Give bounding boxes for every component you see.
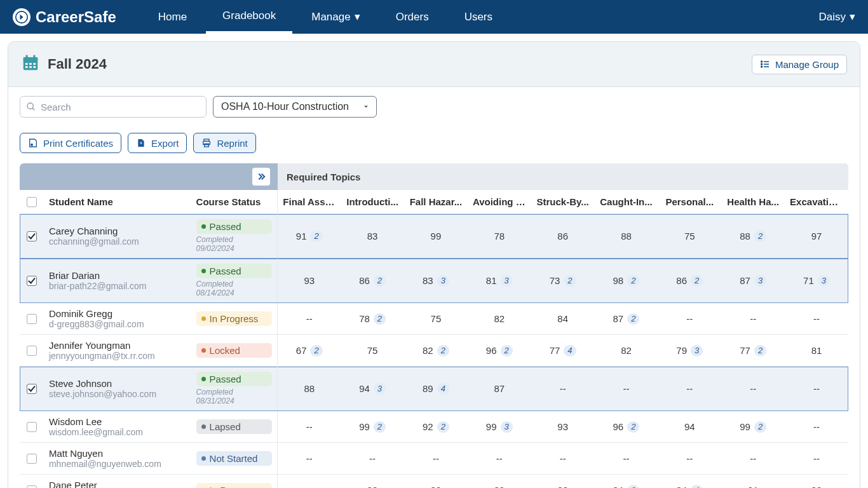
- score-cell[interactable]: 75: [404, 303, 468, 334]
- score-cell[interactable]: --: [531, 443, 595, 474]
- header-topic[interactable]: Excavations: [785, 190, 848, 214]
- score-cell[interactable]: 91: [721, 475, 785, 488]
- score-cell[interactable]: --: [658, 303, 721, 334]
- score-cell[interactable]: 81: [785, 335, 848, 366]
- nav-gradebook[interactable]: Gradebook: [206, 0, 292, 34]
- search-input[interactable]: [20, 96, 207, 118]
- score-cell[interactable]: 93: [277, 259, 341, 302]
- student-cell[interactable]: Carey Channingcchanning@gmail.com: [44, 214, 191, 258]
- header-topic[interactable]: Struck-By...: [531, 190, 595, 214]
- score-cell[interactable]: 84: [531, 303, 595, 334]
- row-checkbox[interactable]: [27, 276, 37, 286]
- header-topic[interactable]: Health Ha...: [721, 190, 785, 214]
- row-checkbox[interactable]: [27, 422, 37, 432]
- header-course-status[interactable]: Course Status: [191, 190, 278, 214]
- score-cell[interactable]: 672: [277, 335, 341, 366]
- score-cell[interactable]: 83: [341, 214, 404, 258]
- score-cell[interactable]: 82: [531, 475, 595, 488]
- score-cell[interactable]: --: [468, 443, 531, 474]
- score-cell[interactable]: 98: [341, 475, 404, 488]
- score-cell[interactable]: 844: [658, 475, 721, 488]
- student-cell[interactable]: Briar Darianbriar-path22@gmail.com: [44, 259, 191, 302]
- score-cell[interactable]: --: [785, 367, 848, 410]
- manage-group-button[interactable]: Manage Group: [752, 55, 847, 74]
- student-cell[interactable]: Steve Johnsonsteve.johnson@yahoo.com: [44, 367, 191, 410]
- score-cell[interactable]: --: [341, 443, 404, 474]
- score-cell[interactable]: 88: [595, 214, 658, 258]
- row-checkbox[interactable]: [27, 485, 37, 489]
- score-cell[interactable]: 992: [341, 411, 404, 442]
- score-cell[interactable]: 813: [468, 259, 531, 302]
- score-cell[interactable]: 82: [595, 335, 658, 366]
- score-cell[interactable]: --: [658, 367, 721, 410]
- score-cell[interactable]: 962: [468, 335, 531, 366]
- score-cell[interactable]: 873: [721, 259, 785, 302]
- score-cell[interactable]: 782: [341, 303, 404, 334]
- row-checkbox[interactable]: [27, 346, 37, 356]
- header-topic[interactable]: Avoiding E...: [468, 190, 531, 214]
- row-checkbox[interactable]: [27, 231, 37, 241]
- student-cell[interactable]: Matt Nguyenmhnemail@nguyenweb.com: [44, 443, 191, 474]
- score-cell[interactable]: --: [785, 443, 848, 474]
- student-cell[interactable]: Wisdom Leewisdom.lee@gmail.com: [44, 411, 191, 442]
- score-cell[interactable]: 86: [531, 214, 595, 258]
- header-topic[interactable]: Caught-In...: [595, 190, 658, 214]
- score-cell[interactable]: --: [721, 367, 785, 410]
- header-student-name[interactable]: Student Name: [44, 190, 191, 214]
- score-cell[interactable]: 82: [468, 303, 531, 334]
- score-cell[interactable]: --: [721, 303, 785, 334]
- score-cell[interactable]: 732: [531, 259, 595, 302]
- score-cell[interactable]: 822: [404, 335, 468, 366]
- nav-home[interactable]: Home: [142, 0, 203, 34]
- score-cell[interactable]: 99: [404, 214, 468, 258]
- score-cell[interactable]: 982: [595, 259, 658, 302]
- score-cell[interactable]: 862: [341, 259, 404, 302]
- course-select[interactable]: OSHA 10-Hour Construction: [213, 96, 377, 118]
- nav-orders[interactable]: Orders: [379, 0, 445, 34]
- score-cell[interactable]: 882: [721, 214, 785, 258]
- score-cell[interactable]: 93: [531, 411, 595, 442]
- score-cell[interactable]: --: [277, 411, 341, 442]
- score-cell[interactable]: 862: [658, 259, 721, 302]
- score-cell[interactable]: --: [531, 367, 595, 410]
- score-cell[interactable]: 793: [658, 335, 721, 366]
- score-cell[interactable]: --: [785, 303, 848, 334]
- header-topic[interactable]: Personal...: [658, 190, 721, 214]
- row-checkbox[interactable]: [27, 454, 37, 464]
- score-cell[interactable]: 75: [658, 214, 721, 258]
- score-cell[interactable]: 922: [404, 411, 468, 442]
- score-cell[interactable]: --: [785, 411, 848, 442]
- score-cell[interactable]: --: [595, 443, 658, 474]
- user-menu[interactable]: Daisy ▾: [818, 10, 855, 24]
- score-cell[interactable]: --: [721, 443, 785, 474]
- score-cell[interactable]: 943: [341, 367, 404, 410]
- nav-users[interactable]: Users: [448, 0, 509, 34]
- reprint-button[interactable]: Reprint: [193, 133, 255, 153]
- student-cell[interactable]: Jennifer Youngmanjennyyoungman@tx.rr.com: [44, 335, 191, 366]
- header-checkbox[interactable]: [20, 190, 44, 214]
- row-checkbox[interactable]: [27, 384, 37, 394]
- expand-columns-button[interactable]: [252, 168, 270, 186]
- header-topic[interactable]: Fall Hazar...: [404, 190, 468, 214]
- brand-logo[interactable]: CareerSafe: [13, 8, 116, 26]
- header-topic[interactable]: Final Asse...: [277, 190, 341, 214]
- nav-manage[interactable]: Manage▾: [295, 0, 376, 34]
- score-cell[interactable]: 842: [595, 475, 658, 488]
- score-cell[interactable]: 713: [785, 259, 848, 302]
- score-cell[interactable]: --: [658, 443, 721, 474]
- export-button[interactable]: Export: [128, 133, 187, 153]
- score-cell[interactable]: 962: [595, 411, 658, 442]
- print-certificates-button[interactable]: Print Certificates: [20, 133, 121, 153]
- score-cell[interactable]: 833: [404, 259, 468, 302]
- score-cell[interactable]: --: [404, 443, 468, 474]
- score-cell[interactable]: --: [277, 443, 341, 474]
- score-cell[interactable]: 872: [595, 303, 658, 334]
- score-cell[interactable]: --: [595, 367, 658, 410]
- score-cell[interactable]: 92: [785, 475, 848, 488]
- score-cell[interactable]: 78: [468, 214, 531, 258]
- student-cell[interactable]: Dominik Greggd-gregg883@gmail.com: [44, 303, 191, 334]
- score-cell[interactable]: 88: [277, 367, 341, 410]
- score-cell[interactable]: 772: [721, 335, 785, 366]
- score-cell[interactable]: 94: [658, 411, 721, 442]
- score-cell[interactable]: 75: [341, 335, 404, 366]
